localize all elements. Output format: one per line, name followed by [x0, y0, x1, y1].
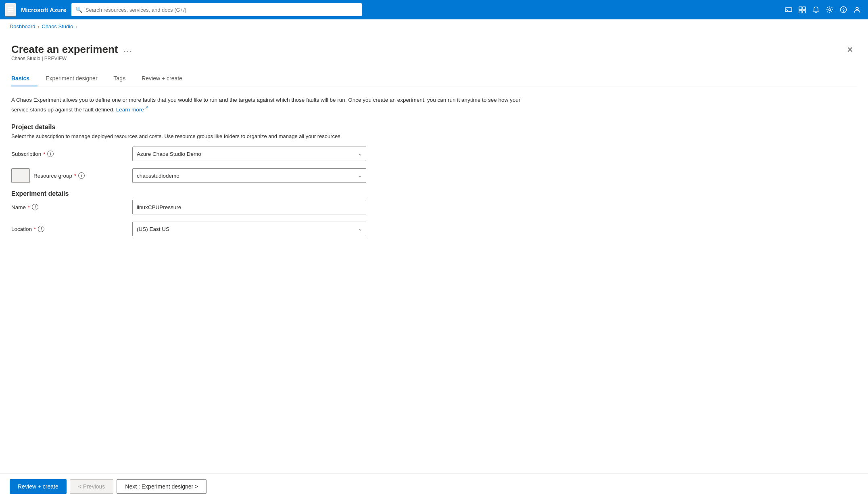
brand-name: Microsoft Azure	[21, 6, 67, 13]
settings-icon[interactable]	[824, 4, 836, 16]
resource-group-info-icon[interactable]: i	[78, 172, 85, 179]
search-input[interactable]	[86, 7, 358, 13]
resource-group-select-wrapper: chaosstudiodemo ⌄	[132, 168, 366, 183]
page-title-row: Create an experiment ...	[11, 43, 134, 56]
svg-text:?: ?	[842, 8, 845, 13]
hamburger-icon[interactable]: ☰	[5, 3, 16, 17]
subscription-control: Azure Chaos Studio Demo ⌄	[132, 147, 366, 161]
project-details-title: Project details	[11, 124, 857, 131]
tab-tags[interactable]: Tags	[114, 71, 134, 86]
tab-basics[interactable]: Basics	[11, 71, 38, 86]
tab-review-create[interactable]: Review + create	[142, 71, 190, 86]
notifications-icon[interactable]	[810, 4, 822, 16]
location-label: Location * i	[11, 226, 132, 232]
breadcrumb-chaos-studio[interactable]: Chaos Studio	[42, 23, 73, 29]
subscription-select-wrapper: Azure Chaos Studio Demo ⌄	[132, 147, 366, 161]
subscription-label: Subscription * i	[11, 151, 132, 157]
help-icon[interactable]: ?	[837, 4, 849, 16]
location-select[interactable]: (US) East US	[132, 222, 366, 236]
resource-group-control: chaosstudiodemo ⌄	[132, 168, 366, 183]
subscription-select[interactable]: Azure Chaos Studio Demo	[132, 147, 366, 161]
external-link-icon: ↗	[145, 105, 148, 110]
page-title: Create an experiment	[11, 43, 118, 56]
tab-experiment-designer[interactable]: Experiment designer	[46, 71, 105, 86]
breadcrumb: Dashboard › Chaos Studio ›	[0, 19, 868, 34]
topbar-actions: ?	[782, 4, 863, 16]
directory-icon[interactable]	[796, 4, 808, 16]
name-input[interactable]	[132, 200, 366, 214]
svg-rect-2	[799, 7, 802, 10]
review-create-button[interactable]: Review + create	[10, 479, 67, 494]
svg-rect-4	[799, 10, 802, 13]
name-row: Name * i	[11, 200, 857, 214]
close-button[interactable]: ✕	[843, 43, 857, 56]
breadcrumb-sep-1: ›	[38, 24, 40, 29]
svg-point-9	[856, 7, 858, 10]
breadcrumb-dashboard[interactable]: Dashboard	[10, 23, 35, 29]
search-bar[interactable]: 🔍	[71, 3, 362, 16]
page-header: Create an experiment ... Chaos Studio | …	[11, 43, 857, 69]
page-description: A Chaos Experiment allows you to define …	[11, 96, 536, 114]
next-button[interactable]: Next : Experiment designer >	[117, 479, 207, 494]
svg-rect-3	[803, 7, 805, 10]
location-row: Location * i (US) East US ⌄	[11, 222, 857, 236]
experiment-details-title: Experiment details	[11, 190, 857, 197]
main-panel: Create an experiment ... Chaos Studio | …	[0, 34, 868, 497]
project-details-description: Select the subscription to manage deploy…	[11, 133, 857, 139]
location-select-wrapper: (US) East US ⌄	[132, 222, 366, 236]
subscription-info-icon[interactable]: i	[47, 151, 54, 157]
experiment-details-section: Experiment details	[11, 190, 857, 197]
svg-point-6	[829, 9, 831, 11]
name-control	[132, 200, 366, 214]
learn-more-link[interactable]: Learn more↗	[116, 107, 148, 113]
subscription-required: *	[43, 151, 45, 157]
user-avatar[interactable]	[851, 4, 863, 16]
svg-rect-5	[803, 10, 805, 13]
name-info-icon[interactable]: i	[32, 204, 38, 210]
search-icon: 🔍	[75, 6, 82, 13]
previous-button: < Previous	[70, 479, 114, 494]
cloud-shell-icon[interactable]	[782, 4, 795, 16]
resource-group-select[interactable]: chaosstudiodemo	[132, 168, 366, 183]
name-required: *	[28, 204, 30, 210]
subscription-row: Subscription * i Azure Chaos Studio Demo…	[11, 147, 857, 161]
name-label: Name * i	[11, 204, 132, 210]
location-control: (US) East US ⌄	[132, 222, 366, 236]
breadcrumb-sep-2: ›	[75, 24, 77, 29]
svg-rect-0	[785, 8, 792, 12]
page-subtitle: Chaos Studio | PREVIEW	[11, 56, 134, 61]
resource-group-label: Resource group * i	[11, 168, 132, 183]
resource-group-row: Resource group * i chaosstudiodemo ⌄	[11, 168, 857, 183]
location-required: *	[34, 226, 36, 232]
resource-group-new-checkbox[interactable]	[11, 168, 30, 183]
tabs-bar: Basics Experiment designer Tags Review +…	[11, 71, 857, 86]
action-bar: Review + create < Previous Next : Experi…	[0, 473, 868, 497]
location-info-icon[interactable]: i	[38, 226, 44, 232]
resource-group-required: *	[74, 173, 76, 179]
page-ellipsis-menu[interactable]: ...	[122, 43, 134, 56]
topbar: ☰ Microsoft Azure 🔍 ?	[0, 0, 868, 19]
